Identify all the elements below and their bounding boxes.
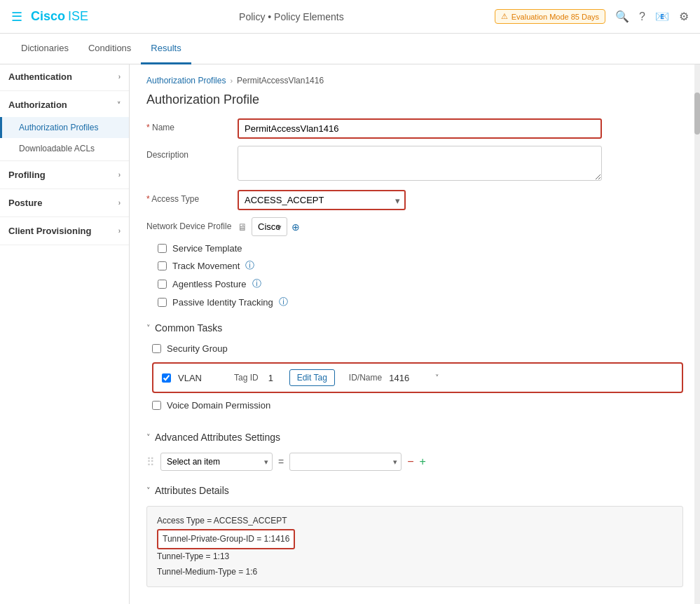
breadcrumb-current: PermitAccessVlan1416 [237, 76, 324, 85]
breadcrumb-separator: › [230, 76, 233, 85]
sidebar-section-authorization[interactable]: Authorization ˅ [0, 92, 129, 117]
vlan-row: VLAN Tag ID 1 Edit Tag ID/Name 1416 ˅ [152, 362, 683, 393]
warning-icon: ⚠ [501, 12, 508, 21]
sidebar-section-posture[interactable]: Posture › [0, 191, 129, 215]
attrs-details-box: Access Type = ACCESS_ACCEPT Tunnel-Priva… [146, 506, 683, 587]
right-panel: Authorization Profiles › PermitAccessVla… [130, 64, 700, 604]
track-movement-row: Track Movement ⓘ [146, 259, 683, 272]
logo-cisco: Cisco [31, 9, 65, 24]
eval-badge: ⚠ Evaluation Mode 85 Days [495, 9, 605, 24]
attrs-details-chevron[interactable]: ˅ [146, 486, 151, 495]
description-field-row: Description [146, 146, 683, 183]
service-template-checkbox[interactable] [158, 244, 167, 253]
chevron-right-icon-4: › [118, 227, 121, 235]
description-input[interactable] [238, 146, 602, 181]
security-group-label: Security Group [167, 343, 228, 354]
network-device-icon: 🖥 [238, 221, 247, 233]
voice-domain-checkbox[interactable] [152, 401, 161, 410]
track-movement-checkbox[interactable] [158, 261, 167, 270]
notifications-icon[interactable]: 📧 [655, 10, 669, 23]
adv-attr-select-wrapper: Select an item [160, 453, 273, 471]
common-tasks-label: Common Tasks [155, 322, 222, 334]
ndp-select[interactable]: Cisco [252, 217, 287, 236]
settings-icon[interactable]: ⚙ [679, 10, 689, 23]
voice-domain-row: Voice Domain Permission [152, 400, 683, 411]
security-group-row: Security Group [152, 343, 683, 354]
security-group-checkbox[interactable] [152, 344, 161, 353]
attrs-detail-highlighted: Tunnel-Private-Group-ID = 1:1416 [157, 529, 295, 550]
adv-attr-select[interactable]: Select an item [160, 453, 273, 471]
agentless-posture-checkbox[interactable] [158, 280, 167, 289]
sidebar-section-authentication[interactable]: Authentication › [0, 64, 129, 89]
access-type-select[interactable]: ACCESS_ACCEPT ACCESS_REJECT [238, 190, 406, 210]
voice-domain-label: Voice Domain Permission [167, 400, 270, 411]
search-icon[interactable]: 🔍 [615, 10, 629, 23]
equals-sign: = [278, 456, 284, 467]
tab-dictionaries[interactable]: Dictionaries [11, 34, 78, 64]
vlan-chevron-icon[interactable]: ˅ [435, 373, 439, 383]
advanced-attrs-chevron[interactable]: ˅ [146, 433, 151, 442]
edit-tag-button[interactable]: Edit Tag [289, 369, 335, 386]
adv-add-icon[interactable]: + [420, 455, 426, 468]
vlan-idname-select-wrapper: 1416 ˅ [389, 373, 439, 383]
adv-value-select[interactable] [289, 453, 402, 471]
ndp-field-row: Network Device Profile 🖥 Cisco ⊕ [146, 217, 683, 236]
page-breadcrumb-title: Policy • Policy Elements [239, 11, 344, 22]
name-input[interactable] [238, 118, 602, 139]
logo-ise: ISE [68, 9, 88, 24]
help-icon[interactable]: ? [639, 11, 645, 23]
chevron-right-icon-2: › [118, 171, 121, 179]
sidebar-item-downloadable-acls[interactable]: Downloadable ACLs [0, 138, 129, 159]
track-movement-info-icon[interactable]: ⓘ [245, 259, 254, 272]
name-input-wrapper [238, 118, 602, 139]
adv-value-select-wrapper [289, 453, 402, 471]
sidebar: Authentication › Authorization ˅ Authori… [0, 64, 130, 604]
scroll-thumb [694, 92, 700, 135]
sidebar-section-auth-label: Authentication [8, 71, 72, 82]
passive-identity-checkbox[interactable] [158, 298, 167, 307]
layout: Authentication › Authorization ˅ Authori… [0, 64, 700, 604]
ndp-row: 🖥 Cisco ⊕ [238, 217, 300, 236]
sidebar-section-client-label: Client Provisioning [8, 226, 91, 236]
sidebar-divider-2 [0, 160, 129, 161]
breadcrumb: Authorization Profiles › PermitAccessVla… [146, 76, 683, 85]
attrs-details-label: Attributes Details [155, 485, 229, 496]
passive-identity-label: Passive Identity Tracking [172, 297, 273, 308]
ndp-add-icon[interactable]: ⊕ [291, 221, 300, 233]
sidebar-section-profiling[interactable]: Profiling › [0, 163, 129, 187]
hamburger-icon[interactable]: ☰ [11, 9, 22, 25]
attrs-detail-line-3: Tunnel-Medium-Type = 1:6 [157, 565, 673, 580]
vlan-checkbox[interactable] [162, 373, 171, 383]
ndp-label: Network Device Profile [146, 217, 238, 231]
sidebar-section-profiling-label: Profiling [8, 170, 46, 180]
access-type-label: Access Type [146, 190, 238, 204]
agentless-posture-label: Agentless Posture [172, 279, 247, 289]
tab-results[interactable]: Results [141, 34, 191, 64]
sub-nav: Dictionaries Conditions Results [0, 34, 700, 64]
chevron-down-icon: ˅ [117, 101, 121, 109]
drag-handle-icon[interactable]: ⠿ [146, 455, 155, 469]
agentless-posture-row: Agentless Posture ⓘ [146, 277, 683, 290]
page-title: Authorization Profile [146, 92, 683, 107]
passive-identity-info-icon[interactable]: ⓘ [279, 296, 288, 308]
vlan-label: VLAN [178, 373, 213, 383]
common-tasks-chevron[interactable]: ˅ [146, 324, 151, 333]
main-content: Authorization Profiles › PermitAccessVla… [130, 64, 700, 598]
sidebar-divider-4 [0, 217, 129, 217]
advanced-attrs-header: ˅ Advanced Attributes Settings [146, 432, 683, 443]
adv-remove-icon[interactable]: − [407, 455, 413, 468]
track-movement-label: Track Movement [172, 261, 240, 271]
description-input-wrapper [238, 146, 602, 183]
sidebar-section-client-provisioning[interactable]: Client Provisioning › [0, 219, 129, 243]
passive-identity-row: Passive Identity Tracking ⓘ [146, 296, 683, 308]
sidebar-divider-5 [0, 245, 129, 245]
breadcrumb-parent[interactable]: Authorization Profiles [146, 76, 226, 85]
chevron-right-icon-3: › [118, 199, 121, 207]
sidebar-item-authorization-profiles[interactable]: Authorization Profiles [0, 117, 129, 138]
top-nav-right: ⚠ Evaluation Mode 85 Days 🔍 ? 📧 ⚙ [495, 9, 689, 24]
top-nav: ☰ Cisco ISE Policy • Policy Elements ⚠ E… [0, 0, 700, 34]
tab-conditions[interactable]: Conditions [78, 34, 141, 64]
agentless-posture-info-icon[interactable]: ⓘ [252, 277, 261, 290]
scrollbar[interactable] [694, 64, 700, 604]
access-type-input-wrapper: ACCESS_ACCEPT ACCESS_REJECT [238, 190, 602, 210]
